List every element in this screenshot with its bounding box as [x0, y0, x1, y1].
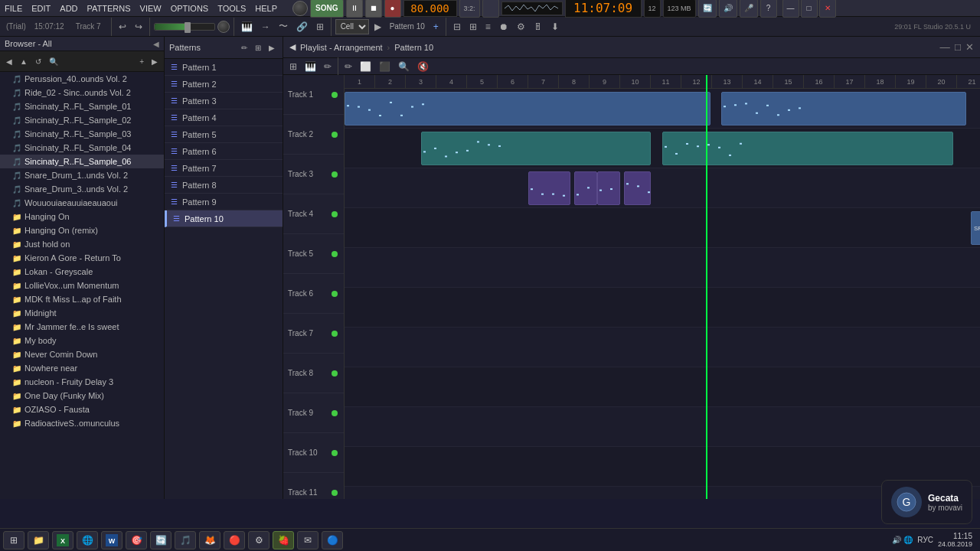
browser-item-1[interactable]: Ride_02 - Sinc..ounds Vol. 2 — [0, 86, 164, 99]
playlist-maximize[interactable]: □ — [955, 41, 961, 53]
track-0-cell-0[interactable] — [345, 92, 710, 126]
grid-track-6[interactable] — [345, 328, 980, 367]
playlist-minimize[interactable]: — — [940, 41, 950, 53]
taskbar-app10[interactable]: ⚙ — [248, 531, 270, 549]
maximize-button[interactable]: □ — [801, 0, 818, 18]
wave-icon[interactable]: 〜 — [276, 18, 291, 35]
grid-track-3[interactable]: SF..ime — [345, 208, 980, 248]
track-2-cell-0[interactable] — [528, 171, 570, 205]
grid-track-1[interactable] — [345, 129, 980, 168]
link-icon[interactable]: 🔗 — [293, 18, 311, 35]
start-button[interactable]: ⊞ — [3, 531, 24, 549]
grid-area[interactable]: 123456789101112131415161718192021222324 … — [345, 75, 980, 499]
sync-icon[interactable]: 🔄 — [698, 0, 717, 18]
taskbar-chrome[interactable]: 🌐 — [77, 531, 98, 549]
pattern-item-8[interactable]: ☰Pattern 9 — [165, 194, 283, 210]
browser-item-14[interactable]: Lokan - Greyscale — [0, 265, 164, 279]
menu-edit[interactable]: EDIT — [31, 4, 51, 13]
pl-tb-select[interactable]: ⬜ — [357, 58, 374, 75]
taskbar-files[interactable]: 📁 — [28, 531, 49, 549]
browser-item-2[interactable]: Sincinaty_R..FL_Sample_01 — [0, 99, 164, 113]
browser-item-9[interactable]: Wouuouiaeauuiaeauaoui — [0, 196, 164, 210]
pause-button[interactable]: ⏸ — [346, 0, 363, 18]
pl-tb-eraser[interactable]: ⬛ — [376, 58, 394, 75]
pl-tb-pencil[interactable]: ✏ — [321, 58, 335, 75]
browser-item-5[interactable]: Sincinaty_R..FL_Sample_04 — [0, 141, 164, 155]
taskbar-app6[interactable]: 🔄 — [150, 531, 172, 549]
browser-search[interactable]: 🔍 — [46, 53, 61, 70]
browser-item-20[interactable]: Never Comin Down — [0, 347, 164, 361]
browser-up[interactable]: ▲ — [17, 53, 31, 70]
browser-item-25[interactable]: RadioactiveS..omunculus — [0, 416, 164, 430]
stop-button[interactable]: ⏹ — [365, 0, 382, 18]
master-pitch-knob[interactable] — [217, 21, 230, 33]
menu-help[interactable]: HELP — [255, 4, 277, 13]
browser-item-18[interactable]: Mr Jammer fe..e Is sweet — [0, 320, 164, 334]
browser-item-8[interactable]: Snare_Drum_3..unds Vol. 2 — [0, 182, 164, 196]
track-2-cell-3[interactable] — [624, 171, 651, 205]
taskbar-app7[interactable]: 🎵 — [175, 531, 196, 549]
taskbar-excel[interactable]: X — [52, 531, 74, 549]
cell-selector[interactable]: Cell — [335, 19, 369, 34]
browser-item-7[interactable]: Snare_Drum_1..unds Vol. 2 — [0, 168, 164, 182]
pl-tb-mute[interactable]: 🔇 — [414, 58, 432, 75]
menu-file[interactable]: FILE — [5, 4, 22, 13]
collapse-btn[interactable]: ⊟ — [450, 18, 464, 35]
playlist-nav-arrow-left[interactable]: ◀ — [289, 42, 296, 52]
arrow-btn[interactable]: ▶ — [371, 18, 384, 35]
pl-tb-piano[interactable]: 🎹 — [302, 58, 319, 75]
menu-add[interactable]: ADD — [60, 4, 77, 13]
track-2-cell-2[interactable] — [597, 171, 620, 205]
patterns-settings[interactable]: ▶ — [266, 39, 278, 56]
pattern-item-2[interactable]: ☰Pattern 3 — [165, 93, 283, 109]
menu-view[interactable]: VIEW — [140, 4, 162, 13]
grid-track-2[interactable] — [345, 168, 980, 208]
pattern-item-3[interactable]: ☰Pattern 4 — [165, 109, 283, 126]
track-btn[interactable]: 🎚 — [531, 18, 546, 35]
browser-item-0[interactable]: Perussion_40..ounds Vol. 2 — [0, 72, 164, 86]
bpm-display[interactable]: 80.000 — [403, 0, 457, 17]
song-mode-button[interactable]: SONG — [310, 0, 343, 18]
main-volume-knob[interactable] — [292, 1, 308, 16]
browser-item-12[interactable]: Just hold on — [0, 237, 164, 251]
taskbar-word[interactable]: W — [101, 531, 122, 549]
pattern-item-6[interactable]: ☰Pattern 7 — [165, 160, 283, 177]
master-volume-slider[interactable] — [154, 23, 215, 31]
taskbar-fl-studio[interactable]: 🍓 — [273, 531, 294, 549]
piano-icon[interactable]: 🎹 — [238, 18, 256, 35]
pl-tb-draw[interactable]: ✏ — [341, 58, 355, 75]
browser-item-4[interactable]: Sincinaty_R..FL_Sample_03 — [0, 127, 164, 141]
grid-track-5[interactable] — [345, 288, 980, 328]
menu-options[interactable]: OPTIONS — [171, 4, 209, 13]
record-button[interactable]: ● — [384, 0, 401, 18]
track-2-cell-1[interactable] — [574, 171, 597, 205]
mixer-icon[interactable]: 🔊 — [719, 0, 737, 18]
pattern-item-5[interactable]: ☰Pattern 6 — [165, 143, 283, 160]
taskbar-app5[interactable]: 🎯 — [126, 531, 147, 549]
import-btn[interactable]: ⬇ — [548, 18, 562, 35]
taskbar-app8[interactable]: 🦊 — [199, 531, 220, 549]
grid-track-0[interactable] — [345, 89, 980, 129]
pattern-item-0[interactable]: ☰Pattern 1 — [165, 59, 283, 76]
add-pattern-btn[interactable]: + — [430, 18, 442, 35]
pl-tb-zoom[interactable]: 🔍 — [395, 58, 413, 75]
track-0-cell-1[interactable] — [721, 92, 966, 126]
patterns-nav[interactable]: ⊞ — [252, 39, 264, 56]
mic-icon[interactable]: 🎤 — [740, 0, 758, 18]
help-icon[interactable]: ? — [760, 0, 777, 18]
browser-settings[interactable]: ▶ — [149, 53, 161, 70]
mix-icon[interactable]: ⊞ — [313, 18, 327, 35]
browser-add[interactable]: + — [136, 53, 147, 70]
browser-item-24[interactable]: OZIASO - Fausta — [0, 403, 164, 416]
browser-item-19[interactable]: My body — [0, 334, 164, 347]
view-btn[interactable]: ≡ — [482, 18, 494, 35]
close-button[interactable]: ✕ — [819, 0, 836, 18]
menu-tools[interactable]: TOOLS — [217, 4, 246, 13]
undo-btn[interactable]: ↩ — [116, 18, 129, 35]
track-1-cell-0[interactable] — [421, 132, 651, 165]
browser-item-10[interactable]: Hanging On — [0, 210, 164, 223]
minimize-button[interactable]: — — [782, 0, 799, 18]
redo-btn[interactable]: ↪ — [132, 18, 145, 35]
grid-track-8[interactable] — [345, 407, 980, 447]
browser-item-22[interactable]: nucleon - Fruity Delay 3 — [0, 375, 164, 389]
